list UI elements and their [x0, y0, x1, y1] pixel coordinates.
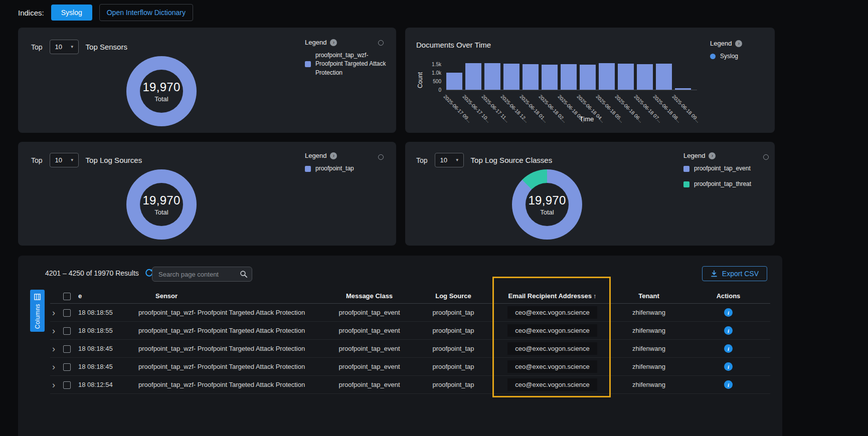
expand-row-icon[interactable]: › — [50, 362, 63, 371]
table-row: › 18 08:18:55 proofpoint_tap_wzf- Proofp… — [50, 304, 770, 322]
top-n-select[interactable]: 10 ▼ — [50, 153, 79, 167]
expand-row-icon[interactable]: › — [50, 308, 63, 317]
legend-toggle-icon[interactable]: › — [330, 152, 337, 159]
bar[interactable] — [599, 61, 615, 90]
panel-options-icon[interactable] — [763, 154, 769, 160]
donut-total-value: 19,970 — [142, 193, 180, 207]
panel-options-icon[interactable] — [378, 40, 384, 46]
legend-toggle-icon[interactable]: › — [709, 152, 716, 159]
donut-center: 19,970 Total — [526, 183, 569, 226]
bar[interactable] — [484, 61, 500, 90]
row-checkbox[interactable] — [63, 309, 71, 317]
bar[interactable] — [580, 61, 596, 90]
legend-item[interactable]: proofpoint_tap_threat — [683, 180, 773, 188]
column-header-message-class[interactable]: Message Class — [325, 292, 413, 300]
row-checkbox[interactable] — [63, 327, 71, 335]
cell-email-recipient[interactable]: ceo@exec.vogon.science — [507, 360, 597, 373]
legend: Legend › proofpoint_tap_eventproofpoint_… — [683, 152, 773, 196]
cell-log-source: proofpoint_tap — [413, 309, 493, 316]
donut-chart-top-log-source-classes[interactable]: 19,970 Total — [512, 169, 582, 240]
table-header-row: e Sensor Message Class Log Source Email … — [50, 289, 770, 304]
search-input[interactable] — [158, 271, 240, 278]
donut-chart-top-log-sources[interactable]: 19,970 Total — [126, 169, 197, 240]
bar[interactable] — [675, 61, 691, 90]
bar[interactable] — [542, 61, 558, 90]
cell-tenant: zhifenwang — [611, 345, 686, 352]
bar[interactable] — [637, 61, 653, 90]
legend-item[interactable]: Syslog — [710, 52, 770, 61]
column-header-log-source[interactable]: Log Source — [413, 292, 493, 300]
column-header-actions[interactable]: Actions — [686, 292, 770, 300]
top-n-value: 10 — [440, 156, 447, 164]
cell-tenant: zhifenwang — [611, 309, 686, 316]
columns-grid-icon — [34, 294, 41, 300]
bar[interactable] — [618, 61, 634, 90]
expand-row-icon[interactable]: › — [50, 344, 63, 353]
export-csv-button[interactable]: Export CSV — [702, 266, 767, 281]
cell-log-source: proofpoint_tap — [413, 381, 493, 388]
bar[interactable] — [503, 61, 519, 90]
legend-item[interactable]: proofpoint_tap — [305, 164, 394, 173]
column-header-time[interactable]: e — [78, 292, 137, 300]
export-csv-label: Export CSV — [722, 270, 759, 278]
expand-row-icon[interactable]: › — [50, 326, 63, 335]
row-checkbox[interactable] — [63, 381, 71, 389]
row-checkbox[interactable] — [63, 363, 71, 371]
donut-center: 19,970 Total — [140, 70, 183, 113]
column-header-tenant[interactable]: Tenant — [611, 292, 686, 300]
row-checkbox[interactable] — [63, 345, 71, 353]
info-icon[interactable]: i — [724, 380, 733, 389]
cell-tenant: zhifenwang — [611, 381, 686, 388]
legend-title: Legend — [305, 39, 326, 46]
info-icon[interactable]: i — [724, 326, 733, 335]
cell-tenant: zhifenwang — [611, 363, 686, 370]
cell-email-recipient[interactable]: ceo@exec.vogon.science — [507, 378, 597, 391]
search-icon[interactable] — [240, 270, 248, 278]
caret-down-icon: ▼ — [70, 158, 74, 162]
bar[interactable] — [465, 61, 481, 90]
info-icon[interactable]: i — [724, 362, 733, 371]
syslog-index-button[interactable]: Syslog — [51, 5, 92, 21]
columns-button[interactable]: Columns — [30, 290, 45, 332]
donut-chart-top-sensors[interactable]: 19,970 Total — [126, 56, 197, 126]
legend-toggle-icon[interactable]: › — [735, 40, 742, 47]
legend-toggle-icon[interactable]: › — [330, 39, 337, 46]
bar[interactable] — [656, 61, 672, 90]
download-icon — [711, 270, 718, 277]
info-icon[interactable]: i — [724, 308, 733, 317]
legend: Legend › Syslog — [710, 40, 770, 68]
legend-swatch-icon — [683, 166, 689, 172]
select-all-checkbox[interactable] — [63, 293, 71, 300]
cell-timestamp: 18 08:12:54 — [78, 381, 137, 388]
info-icon[interactable]: i — [724, 344, 733, 353]
bar[interactable] — [523, 61, 539, 90]
donut-total-label: Total — [540, 208, 554, 216]
panel-options-icon[interactable] — [378, 154, 384, 160]
panel-title: Top Log Sources — [86, 156, 142, 164]
top-n-select[interactable]: 10 ▼ — [50, 40, 79, 54]
top-n-select[interactable]: 10 ▼ — [435, 153, 464, 167]
expand-row-icon[interactable]: › — [50, 380, 63, 389]
column-header-email-recipient-addresses[interactable]: Email Recipient Addresses↑ — [493, 292, 611, 300]
cell-message-class: proofpoint_tap_event — [325, 345, 413, 352]
legend-title: Legend — [683, 152, 705, 159]
open-interflow-dictionary-button[interactable]: Open Interflow Dictionary — [99, 4, 193, 21]
sort-ascending-icon: ↑ — [593, 292, 597, 300]
y-axis-tick-label: 0 — [438, 87, 441, 93]
cell-email-recipient[interactable]: ceo@exec.vogon.science — [507, 306, 597, 319]
bar[interactable] — [446, 61, 462, 90]
legend-item[interactable]: proofpoint_tap_event — [683, 164, 773, 173]
cell-log-source: proofpoint_tap — [413, 363, 493, 370]
cell-email-recipient[interactable]: ceo@exec.vogon.science — [507, 324, 597, 337]
bar-rect — [446, 73, 462, 90]
bar[interactable] — [561, 61, 577, 90]
cell-message-class: proofpoint_tap_event — [325, 363, 413, 370]
bar-rect — [503, 64, 519, 90]
table-body: › 18 08:18:55 proofpoint_tap_wzf- Proofp… — [50, 304, 770, 394]
bar-rect — [618, 64, 634, 90]
cell-email-recipient[interactable]: ceo@exec.vogon.science — [507, 342, 597, 355]
legend-item[interactable]: proofpoint_tap_wzf- Proofpoint Targeted … — [305, 51, 394, 77]
panel-top-sensors: Top 10 ▼ Top Sensors 19,970 Total Legend… — [18, 28, 396, 133]
cell-sensor: proofpoint_tap_wzf- Proofpoint Targeted … — [137, 345, 325, 352]
column-header-sensor[interactable]: Sensor — [137, 292, 325, 300]
